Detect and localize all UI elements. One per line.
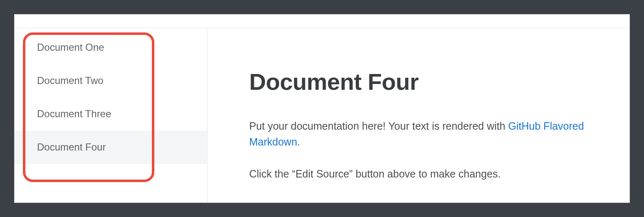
sidebar-item-document-four[interactable]: Document Four <box>15 131 207 164</box>
sidebar-item-document-one[interactable]: Document One <box>15 31 207 64</box>
intro-text-prefix: Put your documentation here! Your text i… <box>249 120 508 132</box>
instruction-paragraph: Click the “Edit Source” button above to … <box>249 166 588 182</box>
sidebar-item-label: Document Four <box>37 141 106 153</box>
sidebar-item-label: Document Two <box>37 75 104 86</box>
intro-paragraph: Put your documentation here! Your text i… <box>249 118 588 150</box>
top-bar <box>15 15 629 28</box>
sidebar-item-label: Document Three <box>37 108 111 120</box>
content-area: Document Four Put your documentation her… <box>208 28 629 202</box>
app-window: Document One Document Two Document Three… <box>14 14 630 203</box>
sidebar-item-document-three[interactable]: Document Three <box>15 97 207 131</box>
page-title: Document Four <box>249 68 588 95</box>
sidebar-item-label: Document One <box>37 42 104 53</box>
sidebar-item-document-two[interactable]: Document Two <box>15 64 207 97</box>
main-layout: Document One Document Two Document Three… <box>15 28 629 202</box>
intro-text-suffix: . <box>297 136 300 148</box>
sidebar: Document One Document Two Document Three… <box>15 28 208 202</box>
